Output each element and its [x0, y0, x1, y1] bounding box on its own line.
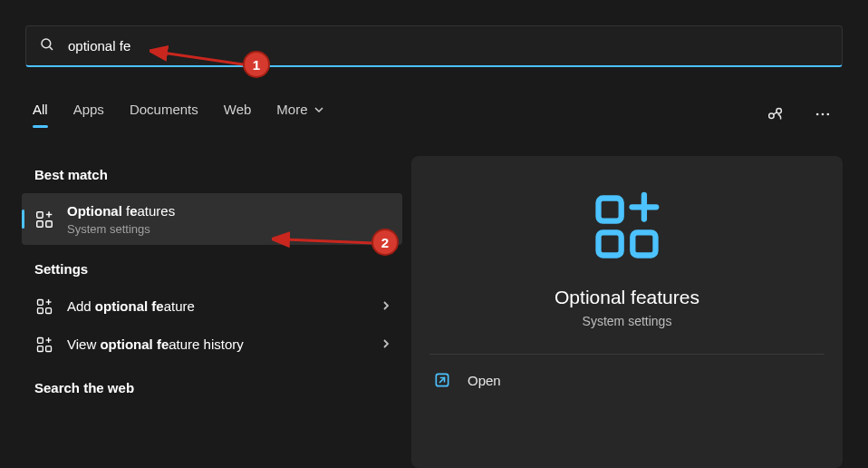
chevron-right-icon: [381, 299, 391, 314]
section-best-match: Best match: [22, 160, 402, 193]
chevron-right-icon: [381, 337, 391, 352]
svg-rect-22: [599, 199, 622, 221]
svg-rect-24: [632, 232, 655, 255]
svg-rect-7: [37, 211, 43, 217]
preview-title: Optional features: [555, 287, 699, 308]
svg-rect-14: [46, 308, 52, 314]
result-subtitle: System settings: [67, 222, 391, 236]
search-bar[interactable]: [25, 25, 843, 67]
result-title: View optional feature history: [67, 336, 368, 354]
svg-rect-13: [38, 308, 43, 314]
svg-point-6: [827, 113, 830, 116]
result-view-optional-feature-history[interactable]: View optional feature history: [22, 326, 402, 364]
preview-panel: Optional features System settings Open: [411, 156, 843, 468]
result-title: Optional features: [67, 202, 391, 220]
apps-add-icon: [34, 335, 54, 355]
svg-rect-19: [46, 346, 52, 352]
more-icon-button[interactable]: [808, 100, 837, 129]
svg-rect-9: [46, 220, 52, 226]
section-search-web: Search the web: [22, 373, 402, 406]
results-list: Best match Optional features System sett…: [22, 160, 402, 406]
preview-subtitle: System settings: [583, 314, 672, 328]
tab-web[interactable]: Web: [224, 102, 252, 126]
tab-documents[interactable]: Documents: [130, 102, 198, 126]
tab-all[interactable]: All: [33, 102, 48, 126]
chevron-down-icon: [313, 104, 324, 115]
open-action-label: Open: [468, 373, 501, 388]
apps-add-icon: [34, 210, 54, 229]
open-action[interactable]: Open: [429, 355, 825, 405]
result-add-optional-feature[interactable]: Add optional feature: [22, 288, 402, 326]
tab-more-label: More: [276, 102, 307, 117]
apps-add-icon: [34, 297, 54, 317]
svg-rect-18: [38, 346, 43, 352]
section-settings: Settings: [22, 254, 402, 288]
open-external-icon: [433, 371, 451, 389]
annotation-badge-2: 2: [371, 229, 399, 256]
svg-point-5: [822, 113, 825, 116]
share-icon-button[interactable]: [761, 100, 790, 129]
svg-point-4: [816, 113, 819, 116]
svg-rect-23: [599, 232, 622, 255]
tab-more[interactable]: More: [276, 102, 323, 126]
result-title: Add optional feature: [67, 297, 368, 316]
search-input[interactable]: [68, 38, 829, 54]
svg-rect-8: [37, 220, 43, 226]
tab-apps[interactable]: Apps: [73, 102, 104, 126]
annotation-badge-1: 1: [243, 51, 270, 78]
svg-rect-17: [38, 338, 43, 344]
search-icon: [39, 36, 55, 56]
svg-rect-12: [38, 300, 43, 306]
svg-point-0: [42, 39, 51, 48]
filter-tabs: All Apps Documents Web More: [33, 102, 324, 126]
apps-add-icon: [589, 189, 665, 265]
result-optional-features[interactable]: Optional features System settings: [22, 193, 402, 245]
svg-line-1: [50, 46, 53, 49]
